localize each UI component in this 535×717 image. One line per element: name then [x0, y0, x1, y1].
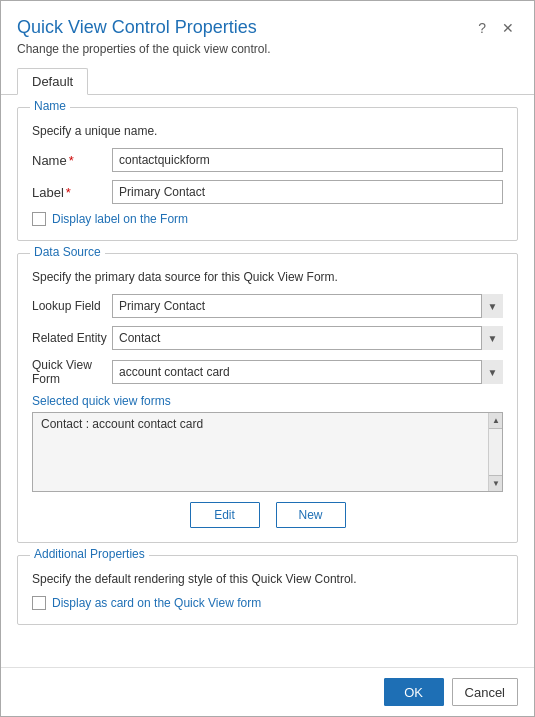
related-entity-select-wrapper: Contact ▼ [112, 326, 503, 350]
ok-button[interactable]: OK [384, 678, 444, 706]
lookup-field-select[interactable]: Primary Contact [112, 294, 503, 318]
lookup-field-label: Lookup Field [32, 299, 112, 313]
display-as-card-row: Display as card on the Quick View form [32, 596, 503, 610]
dialog-title: Quick View Control Properties [17, 17, 257, 38]
display-as-card-checkbox[interactable] [32, 596, 46, 610]
additional-section-desc: Specify the default rendering style of t… [32, 572, 503, 586]
related-entity-label: Related Entity [32, 331, 112, 345]
data-source-section: Data Source Specify the primary data sou… [17, 253, 518, 543]
quick-view-form-select[interactable]: account contact card [112, 360, 503, 384]
display-label-checkbox[interactable] [32, 212, 46, 226]
close-icon[interactable]: ✕ [498, 18, 518, 38]
data-source-legend: Data Source [30, 245, 105, 259]
dialog-footer: OK Cancel [1, 667, 534, 716]
dialog-subtitle: Change the properties of the quick view … [17, 42, 518, 56]
label-input[interactable] [112, 180, 503, 204]
label-row: Label* [32, 180, 503, 204]
display-label-row: Display label on the Form [32, 212, 503, 226]
data-source-desc: Specify the primary data source for this… [32, 270, 503, 284]
display-as-card-label: Display as card on the Quick View form [52, 596, 261, 610]
lookup-field-row: Lookup Field Primary Contact ▼ [32, 294, 503, 318]
selected-forms-item: Contact : account contact card [33, 413, 502, 435]
name-label: Name* [32, 153, 112, 168]
name-section: Name Specify a unique name. Name* Label*… [17, 107, 518, 241]
cancel-button[interactable]: Cancel [452, 678, 518, 706]
name-section-legend: Name [30, 99, 70, 113]
scroll-down-icon[interactable]: ▼ [489, 475, 503, 491]
display-label-text: Display label on the Form [52, 212, 188, 226]
selected-forms-scrollbar: ▲ ▼ [488, 413, 502, 491]
name-row: Name* [32, 148, 503, 172]
form-buttons: Edit New [32, 502, 503, 528]
tab-default[interactable]: Default [17, 68, 88, 95]
label-label: Label* [32, 185, 112, 200]
related-entity-select[interactable]: Contact [112, 326, 503, 350]
lookup-field-select-wrapper: Primary Contact ▼ [112, 294, 503, 318]
help-icon[interactable]: ? [474, 18, 490, 38]
dialog-body: Name Specify a unique name. Name* Label*… [1, 95, 534, 667]
name-input[interactable] [112, 148, 503, 172]
dialog: Quick View Control Properties ? ✕ Change… [0, 0, 535, 717]
quick-view-form-select-wrapper: account contact card ▼ [112, 360, 503, 384]
edit-button[interactable]: Edit [190, 502, 260, 528]
related-entity-row: Related Entity Contact ▼ [32, 326, 503, 350]
label-required: * [66, 185, 71, 200]
quick-view-form-label: Quick View Form [32, 358, 112, 386]
dialog-title-icons: ? ✕ [474, 18, 518, 38]
additional-section: Additional Properties Specify the defaul… [17, 555, 518, 625]
quick-view-form-row: Quick View Form account contact card ▼ [32, 358, 503, 386]
dialog-header: Quick View Control Properties ? ✕ Change… [1, 1, 534, 60]
name-required: * [69, 153, 74, 168]
selected-forms-box: Contact : account contact card ▲ ▼ [32, 412, 503, 492]
additional-section-legend: Additional Properties [30, 547, 149, 561]
scroll-up-icon[interactable]: ▲ [489, 413, 503, 429]
name-section-desc: Specify a unique name. [32, 124, 503, 138]
dialog-tabs: Default [1, 60, 534, 95]
new-button[interactable]: New [276, 502, 346, 528]
selected-forms-label: Selected quick view forms [32, 394, 503, 408]
